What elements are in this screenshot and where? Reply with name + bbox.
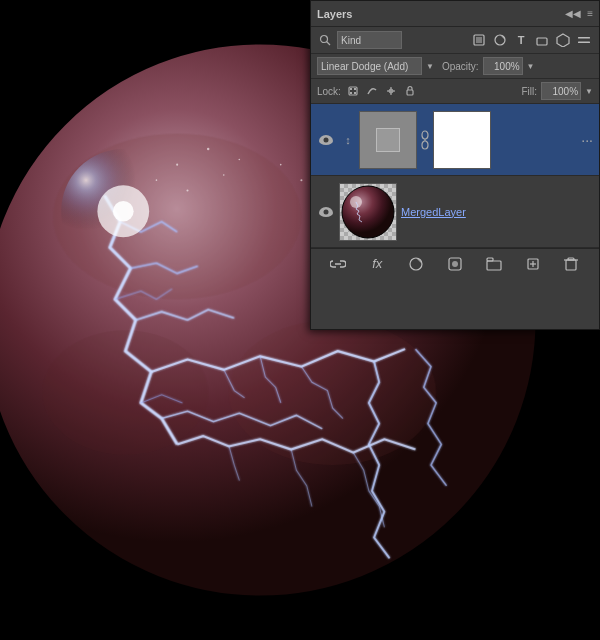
svg-point-18 (321, 36, 328, 43)
svg-point-37 (422, 141, 428, 149)
panel-title-icons: ◀◀ ≡ (565, 8, 593, 19)
svg-point-15 (280, 164, 282, 166)
svg-rect-26 (578, 42, 590, 44)
svg-marker-24 (557, 34, 569, 47)
opacity-label: Opacity: (442, 61, 479, 72)
svg-rect-25 (578, 37, 590, 39)
link-layers-icon[interactable] (328, 254, 348, 274)
blend-arrow: ▼ (426, 62, 434, 71)
lock-art-icon[interactable] (364, 83, 380, 99)
svg-point-10 (207, 148, 209, 150)
toolbar-filter: Kind Name Effect T (311, 27, 599, 54)
panel-title: Layers (317, 8, 352, 20)
svg-point-36 (422, 131, 428, 139)
shape-icon[interactable] (533, 31, 551, 49)
svg-point-16 (300, 179, 302, 181)
svg-point-41 (350, 196, 362, 208)
new-fill-adj-layer-icon[interactable] (406, 254, 426, 274)
collapse-icon[interactable]: ◀◀ (565, 8, 581, 19)
layer-fx-icon[interactable]: fx (367, 254, 387, 274)
delete-layer-icon[interactable] (561, 254, 581, 274)
panel-bottom-toolbar: fx (311, 248, 599, 278)
type-icon[interactable]: T (512, 31, 530, 49)
layer-menu-1[interactable]: ··· (581, 132, 593, 148)
lock-label: Lock: (317, 86, 341, 97)
lock-all-icon[interactable] (402, 83, 418, 99)
svg-rect-29 (354, 88, 356, 90)
eye-icon-1 (319, 135, 333, 145)
kind-select[interactable]: Kind Name Effect (337, 31, 402, 49)
layers-list: ↕ ··· (311, 104, 599, 248)
layer-thumb-right-1 (433, 111, 491, 169)
svg-rect-30 (350, 92, 352, 94)
svg-line-19 (327, 42, 331, 46)
fill-input[interactable] (541, 82, 581, 100)
svg-point-11 (238, 159, 240, 161)
svg-point-8 (113, 201, 134, 222)
filter-icon (317, 32, 333, 48)
svg-point-14 (223, 174, 225, 176)
blend-mode-select[interactable]: Linear Dodge (Add) Normal Multiply Scree… (317, 57, 422, 75)
layer-visibility-1[interactable] (317, 131, 335, 149)
panel-titlebar: Layers ◀◀ ≡ (311, 1, 599, 27)
svg-point-9 (176, 164, 178, 166)
svg-rect-23 (537, 38, 547, 45)
lock-pixels-icon[interactable] (345, 83, 361, 99)
panel-menu-icon[interactable]: ≡ (587, 8, 593, 19)
svg-point-12 (156, 179, 158, 181)
svg-rect-31 (354, 92, 356, 94)
lock-icons (345, 83, 418, 99)
layer-thumb-left-1 (359, 111, 417, 169)
svg-rect-53 (568, 258, 574, 260)
layer-item-1[interactable]: ↕ ··· (311, 104, 599, 176)
svg-rect-51 (566, 260, 576, 270)
svg-rect-28 (350, 88, 352, 90)
more-filter-icon[interactable] (575, 31, 593, 49)
new-group-icon[interactable] (484, 254, 504, 274)
lock-position-icon[interactable] (383, 83, 399, 99)
fill-label: Fill: (522, 86, 538, 97)
eye-icon-2 (319, 207, 333, 217)
layer-item-2[interactable]: MergedLayer (311, 176, 599, 248)
new-mask-icon[interactable] (445, 254, 465, 274)
filter-icons: T (470, 31, 593, 49)
svg-rect-47 (487, 258, 493, 261)
toolbar-blend: Linear Dodge (Add) Normal Multiply Scree… (311, 54, 599, 79)
chain-icon-1 (417, 111, 433, 169)
smartobject-icon[interactable] (554, 31, 572, 49)
svg-rect-21 (476, 37, 482, 43)
pixel-filter-icon[interactable] (470, 31, 488, 49)
layer-fx-left-1: ↕ (339, 134, 357, 146)
svg-rect-35 (407, 90, 413, 95)
layers-panel: Layers ◀◀ ≡ Kind Name Effect T (310, 0, 600, 330)
new-layer-icon[interactable] (523, 254, 543, 274)
svg-point-13 (186, 190, 188, 192)
opacity-arrow: ▼ (527, 62, 535, 71)
svg-point-45 (452, 261, 458, 267)
fill-arrow: ▼ (585, 87, 593, 96)
layer-thumb-planet (339, 183, 397, 241)
svg-rect-46 (487, 261, 501, 270)
layer-name-2: MergedLayer (401, 206, 466, 218)
layer-visibility-2[interactable] (317, 203, 335, 221)
toolbar-lock: Lock: Fill: ▼ (311, 79, 599, 104)
opacity-input[interactable] (483, 57, 523, 75)
adjustment-icon[interactable] (491, 31, 509, 49)
